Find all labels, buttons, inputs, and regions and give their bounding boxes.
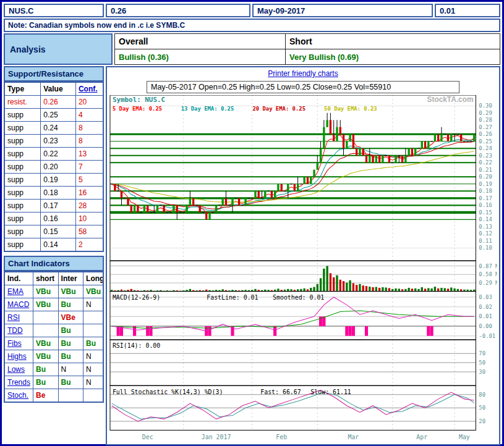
axis-label: 0.29 M xyxy=(479,280,497,286)
macd-fastline-label: FastLine: 0.01 xyxy=(207,294,258,301)
ind-col-short: short xyxy=(33,272,59,285)
price-field: 0.26 xyxy=(106,4,250,17)
sr-type-cell: supp xyxy=(4,148,41,161)
legend-ema13: 13 Day EMA: 0.25 xyxy=(181,106,234,112)
axis-label: Dec xyxy=(142,434,153,440)
axis-label: Mar xyxy=(348,434,359,440)
indicator-row: EMAVBuVBuVBu xyxy=(4,285,103,298)
indicator-long-signal: N xyxy=(83,376,103,389)
support-row: supp0.1816 xyxy=(4,187,103,200)
axis-label: 0.01 xyxy=(479,313,492,319)
sr-value-cell: 0.19 xyxy=(41,174,76,187)
sr-conf-cell: 8 xyxy=(75,135,103,148)
indicator-link-rsi[interactable]: RSI xyxy=(7,313,20,322)
axis-label: 50 xyxy=(479,405,485,411)
sr-conf-cell: 20 xyxy=(75,96,103,109)
sr-value-cell: 0.24 xyxy=(41,122,76,135)
indicator-long-signal: N xyxy=(83,363,103,376)
indicator-row: FibsVBuBuBu xyxy=(4,337,103,350)
axis-label: 0.00 xyxy=(479,323,492,329)
indicator-name-cell[interactable]: Stoch. xyxy=(4,389,33,403)
macd-title: MACD(12-26-9) xyxy=(113,294,160,301)
analysis-title: Analysis xyxy=(4,33,113,65)
sr-conf-cell: 8 xyxy=(75,122,103,135)
indicator-row: HighsVBuBuN xyxy=(4,350,103,363)
stoch-fast-label: Fast: 66.67 xyxy=(260,388,301,395)
indicator-name-cell[interactable]: Fibs xyxy=(4,337,33,350)
axis-label: 0.16 xyxy=(479,202,492,208)
indicator-inter-signal: VBe xyxy=(58,311,83,324)
resistance-row: resist.0.2620 xyxy=(4,96,103,109)
sr-col-conf[interactable]: Conf. xyxy=(75,82,103,96)
main-area: Support/Resistance Type Value Conf. resi… xyxy=(4,66,500,445)
indicator-link-trends[interactable]: Trends xyxy=(7,378,30,387)
printer-friendly-link[interactable]: Printer friendly charts xyxy=(268,69,338,78)
indicator-name-cell[interactable]: MACD xyxy=(4,298,33,311)
indicator-long-signal: N xyxy=(83,350,103,363)
sr-value-cell: 0.18 xyxy=(41,187,76,200)
indicators-table-body: EMAVBuVBuVBuMACDVBuBuNRSIVBeTDDBuFibsVBu… xyxy=(4,285,103,403)
indicator-link-fibs[interactable]: Fibs xyxy=(7,339,22,348)
axis-label: 80 xyxy=(479,392,485,398)
axis-label: 0.14 xyxy=(479,216,492,222)
indicator-long-signal: N xyxy=(83,298,103,311)
axis-label: 0.03 xyxy=(479,294,492,300)
axis-label: 0.22 xyxy=(479,159,492,166)
support-row: supp0.254 xyxy=(4,109,103,122)
sr-type-cell: supp xyxy=(4,238,41,252)
note-banner: Note: Canadian symbols now end in .c i.e… xyxy=(4,19,500,32)
indicator-inter-signal: Bu xyxy=(58,324,83,337)
indicator-link-lows[interactable]: Lows xyxy=(7,365,25,374)
indicator-name-cell[interactable]: EMA xyxy=(4,285,33,298)
sr-type-cell: supp xyxy=(4,212,41,225)
change-field: 0.01 xyxy=(435,4,500,17)
sr-value-cell: 0.14 xyxy=(41,238,76,252)
sr-table-body: resist.0.2620supp0.254supp0.248supp0.238… xyxy=(4,96,103,252)
axis-label: 70 xyxy=(479,350,485,356)
indicator-name-cell[interactable]: Lows xyxy=(4,363,33,376)
indicator-name-cell[interactable]: Highs xyxy=(4,350,33,363)
indicator-row: LowsBuNN xyxy=(4,363,103,376)
indicator-name-cell[interactable]: RSI xyxy=(4,311,33,324)
axis-label: 30 xyxy=(479,369,485,375)
sr-type-cell: supp xyxy=(4,161,41,174)
indicator-name-cell[interactable]: Trends xyxy=(4,376,33,389)
indicator-inter-signal: Bu xyxy=(58,298,83,311)
chart-indicators-title: Chart Indicators xyxy=(4,256,104,271)
conf-link[interactable]: Conf. xyxy=(79,85,98,93)
axis-label: 20 xyxy=(479,418,485,424)
axis-label: Feb xyxy=(276,434,287,440)
axis-label: 0.28 xyxy=(479,117,492,123)
indicator-long-signal xyxy=(83,311,103,324)
indicator-link-ema[interactable]: EMA xyxy=(7,287,23,296)
printer-link-row: Printer friendly charts xyxy=(109,69,497,80)
axis-label: 0.26 xyxy=(479,131,492,137)
date-field: May-09-2017 xyxy=(252,4,433,17)
chart-symbol-label: Symbol: NUS.C xyxy=(113,96,165,104)
sr-value-cell: 0.16 xyxy=(41,212,76,225)
indicator-link-macd[interactable]: MACD xyxy=(7,300,29,309)
indicator-inter-signal: Bu xyxy=(58,337,83,350)
analysis-col-short: Short xyxy=(286,34,500,49)
stoch-slow-label: Slow: 61.11 xyxy=(310,388,351,395)
indicator-long-signal: VBu xyxy=(83,285,103,298)
indicator-name-cell[interactable]: TDD xyxy=(4,324,33,337)
sidebar: Support/Resistance Type Value Conf. resi… xyxy=(4,66,104,403)
axis-label: 0.30 xyxy=(479,103,492,109)
indicator-link-tdd[interactable]: TDD xyxy=(7,326,23,335)
indicator-link-stoch[interactable]: Stoch. xyxy=(7,391,28,400)
indicator-short-signal: Bu xyxy=(33,376,59,389)
support-row: supp0.207 xyxy=(4,161,103,174)
axis-label: 0.25 xyxy=(479,138,492,145)
axis-label: 0.24 xyxy=(479,145,492,151)
sr-col-value: Value xyxy=(41,82,76,96)
indicator-link-highs[interactable]: Highs xyxy=(7,352,27,361)
chart-indicators-table: Ind. short Inter Long EMAVBuVBuVBuMACDVB… xyxy=(4,271,104,403)
ind-col-inter: Inter xyxy=(58,272,83,285)
sr-value-cell: 0.25 xyxy=(41,109,76,122)
axis-label: 0.02 xyxy=(479,304,492,310)
sr-value-cell: 0.15 xyxy=(41,225,76,238)
sr-value-cell: 0.22 xyxy=(41,148,76,161)
indicator-short-signal: Bu xyxy=(33,363,59,376)
indicator-short-signal xyxy=(33,311,59,324)
